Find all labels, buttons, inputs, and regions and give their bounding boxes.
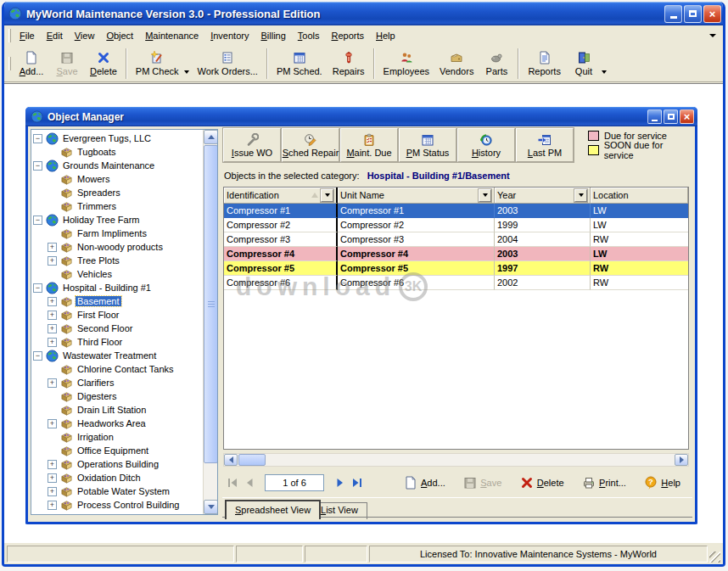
collapse-icon[interactable]: − [33, 351, 42, 361]
om-maximize-button[interactable] [664, 109, 678, 124]
maximize-button[interactable] [684, 5, 702, 23]
pm-status-button[interactable]: PM Status [399, 128, 456, 162]
record-delete-button[interactable]: Delete [520, 476, 564, 490]
scroll-down-icon[interactable] [204, 500, 218, 514]
menu-tools[interactable]: Tools [292, 28, 326, 43]
tree-item[interactable]: Office Equipment [33, 444, 202, 457]
tree-item[interactable]: Spreaders [33, 186, 202, 199]
expand-icon[interactable]: + [48, 297, 57, 306]
filter-dropdown-icon[interactable] [479, 189, 491, 202]
tree-item[interactable]: +Second Floor [33, 322, 202, 335]
grid-row[interactable]: Compressor #6Compressor #62002RW [224, 276, 688, 290]
grid-row-soon-due[interactable]: Compressor #5Compressor #51997RW [224, 261, 688, 276]
record-position-box[interactable]: 1 of 6 [265, 474, 324, 491]
tree-item[interactable]: Chlorine Contact Tanks [33, 362, 202, 376]
tree-item[interactable]: Digesters [33, 389, 202, 403]
tree-item[interactable]: +Process Control Building [33, 498, 202, 512]
grid-row[interactable]: Compressor #3Compressor #32004RW [224, 232, 688, 247]
tree-item[interactable]: RAS Structure [33, 512, 202, 514]
save-button[interactable]: Save [49, 47, 85, 81]
menu-reports[interactable]: Reports [326, 28, 371, 43]
tree-item[interactable]: +Non-woody products [33, 240, 202, 254]
repairs-button[interactable]: Repairs [328, 47, 370, 81]
tree-item[interactable]: −Holiday Tree Farm [33, 213, 202, 227]
collapse-icon[interactable]: − [33, 216, 42, 225]
tree-item[interactable]: Vehicles [33, 267, 202, 281]
expand-icon[interactable]: + [48, 256, 57, 266]
help-button[interactable]: Help [644, 476, 680, 490]
expand-icon[interactable]: + [48, 338, 57, 347]
om-close-button[interactable]: × [680, 109, 694, 124]
menu-edit[interactable]: Edit [41, 28, 69, 43]
previous-record-button[interactable] [241, 475, 258, 490]
maint-due-button[interactable]: Maint. Due [340, 128, 398, 162]
scroll-right-icon[interactable] [675, 454, 688, 466]
menu-inventory[interactable]: Inventory [204, 28, 255, 43]
tree-item-selected[interactable]: +Basement [33, 294, 202, 308]
record-save-button[interactable]: Save [463, 476, 501, 490]
menu-billing[interactable]: Billing [255, 28, 291, 43]
tree-item[interactable]: −Grounds Maintenance [33, 159, 202, 172]
minimize-button[interactable] [664, 5, 682, 23]
tree-item[interactable]: Irrigation [33, 430, 202, 444]
quit-dropdown-icon[interactable] [602, 70, 607, 74]
scroll-up-icon[interactable] [204, 130, 218, 144]
tab-spreadsheet-view[interactable]: Spreadsheet View [225, 500, 321, 519]
tree-item[interactable]: +Headworks Area [33, 417, 202, 430]
tree-item[interactable]: Tugboats [33, 145, 202, 159]
sched-repair-button[interactable]: Sched Repair [282, 128, 339, 162]
tree-item[interactable]: +Tree Plots [33, 254, 202, 267]
pm-check-dropdown-icon[interactable] [184, 70, 189, 74]
tree-item[interactable]: Drain Lift Station [33, 403, 202, 417]
expand-icon[interactable]: + [48, 419, 57, 428]
tree-vertical-scrollbar[interactable] [203, 130, 217, 514]
collapse-icon[interactable]: − [33, 161, 42, 171]
tree-item[interactable]: +Third Floor [33, 335, 202, 349]
grid-horizontal-scrollbar[interactable] [223, 453, 689, 467]
tree-item[interactable]: Farm Impliments [33, 227, 202, 240]
tree-item[interactable]: +First Floor [33, 308, 202, 322]
reports-button[interactable]: Reports [523, 47, 566, 81]
column-header-unit-name[interactable]: Unit Name [338, 188, 495, 204]
column-header-year[interactable]: Year [495, 188, 591, 204]
expand-icon[interactable]: + [48, 473, 57, 483]
tree-item[interactable]: +Operations Building [33, 457, 202, 471]
menu-object[interactable]: Object [100, 28, 139, 43]
expand-icon[interactable]: + [48, 501, 57, 510]
employees-button[interactable]: Employees [378, 47, 434, 81]
menu-help[interactable]: Help [370, 28, 401, 43]
collapse-icon[interactable]: − [33, 134, 42, 143]
tree-item[interactable]: +Potable Water System [33, 484, 202, 498]
expand-icon[interactable]: + [48, 311, 57, 320]
record-add-button[interactable]: Add... [404, 476, 445, 490]
grid-row-due[interactable]: Compressor #4Compressor #42003LW [224, 247, 688, 261]
tree-item[interactable]: −Hospital - Building #1 [33, 281, 202, 294]
add-button[interactable]: Add... [14, 47, 49, 81]
last-pm-button[interactable]: Last PM [516, 128, 574, 162]
last-record-button[interactable] [348, 475, 365, 490]
vendors-button[interactable]: Vendors [434, 47, 479, 81]
resize-grip[interactable] [709, 551, 720, 563]
delete-button[interactable]: Delete [85, 47, 122, 81]
collapse-icon[interactable]: − [33, 283, 42, 293]
expand-icon[interactable]: + [48, 460, 57, 469]
pm-check-button[interactable]: PM Check [131, 47, 184, 81]
tree-item[interactable]: −Evergreen Tugs, LLC [33, 132, 202, 145]
menu-view[interactable]: View [69, 28, 101, 43]
close-button[interactable]: × [703, 5, 721, 23]
tree-item[interactable]: +Oxidation Ditch [33, 471, 202, 484]
first-record-button[interactable] [224, 475, 241, 490]
column-header-identification[interactable]: Identification [224, 188, 338, 204]
om-minimize-button[interactable] [647, 109, 662, 124]
tree-item[interactable]: −Wastewater Treatment [33, 349, 202, 362]
parts-button[interactable]: Parts [479, 47, 514, 81]
quit-button[interactable]: Quit [566, 47, 602, 81]
print-button[interactable]: Print... [582, 476, 626, 490]
filter-dropdown-icon[interactable] [321, 189, 333, 202]
menu-maintenance[interactable]: Maintenance [139, 28, 204, 43]
tree-item[interactable]: Mowers [33, 172, 202, 186]
filter-dropdown-icon[interactable] [574, 189, 587, 202]
scrollbar-thumb[interactable] [238, 454, 266, 466]
work-orders-button[interactable]: Work Orders... [193, 47, 263, 81]
scroll-left-icon[interactable] [224, 454, 238, 466]
